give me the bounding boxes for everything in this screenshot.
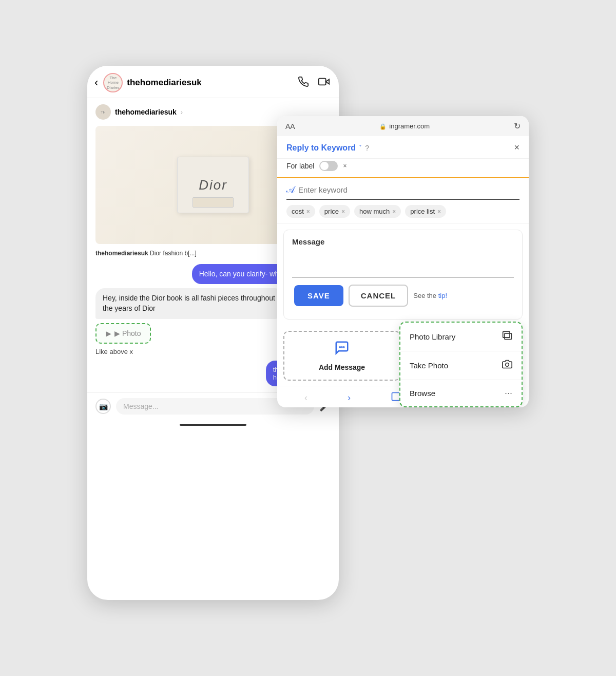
refresh-button[interactable]: ↻ <box>514 121 521 131</box>
keyword-tag-label: price list <box>410 208 435 215</box>
rtk-chevron-icon[interactable]: ˅ <box>359 144 362 152</box>
toggle-x-label[interactable]: × <box>343 162 346 170</box>
dropdown-browse[interactable]: Browse ··· <box>400 380 522 406</box>
caption-text: Dior fashion b[...] <box>150 250 197 257</box>
keyword-input-row: 𝒜 <box>286 184 519 200</box>
play-icon: ▶ <box>106 329 111 337</box>
avatar-inner: TheHomeDiaries <box>107 76 120 90</box>
keyword-tag-label: how much <box>359 208 390 215</box>
phone-action-icons <box>298 76 330 90</box>
photo-placeholder: ▶ ▶ Photo <box>95 323 151 344</box>
browse-label: Browse <box>410 389 435 398</box>
dropdown-menu: Photo Library Take Photo <box>399 322 523 407</box>
for-label-toggle[interactable] <box>319 161 338 171</box>
keyword-tags: cost × price × how much × price list × <box>286 200 519 218</box>
chevron-right-icon: › <box>181 108 183 116</box>
for-label-text: For label <box>286 162 314 170</box>
phone-header: ‹ TheHomeDiaries thehomediariesuk <box>87 66 339 98</box>
keyword-section: 𝒜 cost × price × how much × price list <box>277 178 529 223</box>
language-icon: 𝒜 <box>286 184 294 195</box>
save-button[interactable]: SAVE <box>294 285 343 306</box>
svg-marker-0 <box>326 79 329 84</box>
svg-rect-1 <box>319 78 326 85</box>
nav-forward-button[interactable]: › <box>348 392 351 403</box>
rtk-header: Reply to Keyword ˅ ? × <box>277 136 529 159</box>
add-message-card[interactable]: Add Message <box>283 331 400 381</box>
bubble-dior-reply: Hey, inside the Dior book is all fashi p… <box>95 288 283 318</box>
tag-remove-price[interactable]: × <box>341 208 345 215</box>
browser-url-display: 🔒 ingramer.com <box>300 122 509 130</box>
caption-username: thehomediariesuk <box>95 250 148 257</box>
browser-aa-label[interactable]: AA <box>285 122 295 130</box>
svg-point-2 <box>340 347 340 347</box>
photo-library-icon <box>502 330 512 343</box>
keyword-tag-label: cost <box>292 208 304 215</box>
photo-label: ▶ Photo <box>114 329 141 337</box>
dior-brand-text: Dior <box>199 177 227 193</box>
url-text: ingramer.com <box>389 122 430 130</box>
avatar: TheHomeDiaries <box>103 73 123 92</box>
browser-url-bar: AA 🔒 ingramer.com ↻ <box>277 116 529 136</box>
action-buttons: SAVE CANCEL See the tip! <box>292 285 514 312</box>
rtk-left: Reply to Keyword ˅ ? <box>286 143 369 153</box>
svg-rect-8 <box>505 333 511 340</box>
dropdown-take-photo[interactable]: Take Photo <box>400 351 522 380</box>
call-icon[interactable] <box>298 76 309 90</box>
tip-link[interactable]: tip! <box>438 292 447 299</box>
svg-point-9 <box>506 363 509 367</box>
back-button[interactable]: ‹ <box>94 76 98 89</box>
svg-point-3 <box>341 347 342 347</box>
add-message-label: Add Message <box>319 363 365 371</box>
lock-icon: 🔒 <box>379 123 387 129</box>
close-button[interactable]: × <box>514 142 519 153</box>
dropdown-photo-library[interactable]: Photo Library <box>400 323 522 351</box>
cancel-button[interactable]: CANCEL <box>349 285 409 307</box>
take-photo-icon <box>502 359 512 372</box>
tag-remove-cost[interactable]: × <box>306 208 310 215</box>
keyword-tag-cost: cost × <box>286 205 315 218</box>
message-section: Message SAVE CANCEL See the tip! <box>283 230 523 320</box>
svg-rect-10 <box>392 393 400 401</box>
small-avatar: TH <box>95 104 111 120</box>
dior-small-box <box>192 197 234 208</box>
browse-dots-icon: ··· <box>505 388 512 399</box>
keyword-tag-label: price <box>324 208 339 215</box>
tip-text: See the tip! <box>413 292 447 299</box>
add-message-icon <box>334 340 350 359</box>
home-bar <box>180 424 246 426</box>
keyword-tag-pricelist: price list × <box>405 205 446 218</box>
dior-box: Dior <box>177 157 249 213</box>
phone-username: thehomediariesuk <box>127 78 298 88</box>
tag-remove-howmuch[interactable]: × <box>392 208 396 215</box>
toggle-knob <box>320 162 329 170</box>
keyword-input[interactable] <box>298 185 519 194</box>
for-label-row: For label × <box>277 159 529 178</box>
sub-username: thehomediariesuk <box>115 108 177 116</box>
keyword-tag-howmuch: how much × <box>354 205 401 218</box>
message-divider <box>292 277 514 277</box>
nav-back-button[interactable]: ‹ <box>304 392 307 403</box>
keyword-tag-price: price × <box>319 205 350 218</box>
reply-to-keyword-title[interactable]: Reply to Keyword <box>286 143 356 153</box>
take-photo-label: Take Photo <box>410 361 448 370</box>
browser-panel: AA 🔒 ingramer.com ↻ Reply to Keyword ˅ ?… <box>277 116 529 407</box>
photo-library-label: Photo Library <box>410 332 455 341</box>
camera-icon[interactable]: 📷 <box>95 399 111 414</box>
svg-point-4 <box>343 347 344 347</box>
tag-remove-pricelist[interactable]: × <box>437 208 441 215</box>
message-label: Message <box>292 237 514 246</box>
rtk-help-icon[interactable]: ? <box>365 144 369 152</box>
svg-rect-7 <box>503 332 510 338</box>
video-icon[interactable] <box>318 76 330 90</box>
